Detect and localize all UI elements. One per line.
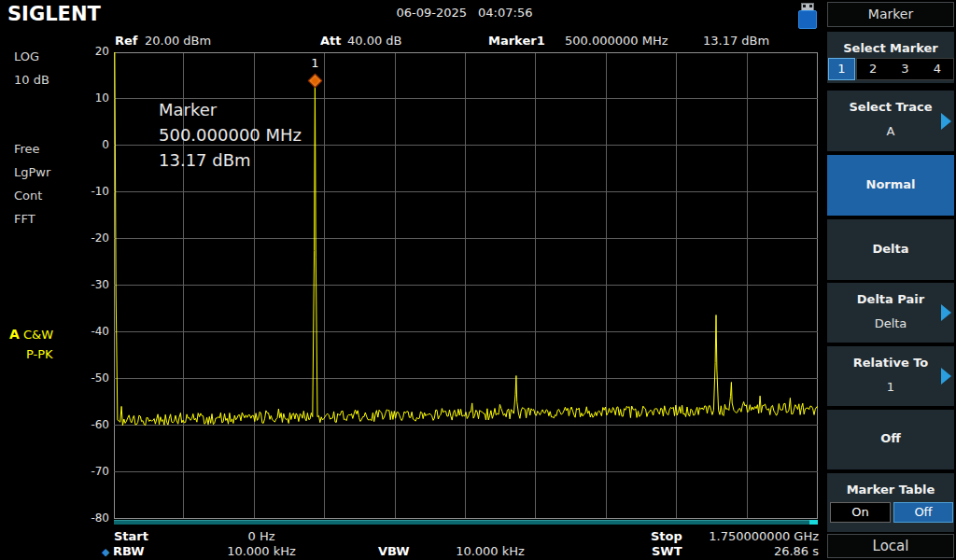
delta-pair-label: Delta Pair xyxy=(827,292,954,306)
marker-table-section: Marker Table On Off xyxy=(827,473,954,532)
vbw-label: VBW xyxy=(378,544,410,558)
y-axis-label: 0 xyxy=(0,138,109,151)
y-axis-label: -30 xyxy=(0,278,109,291)
rbw-label: RBW xyxy=(113,544,145,558)
stop-value: 1.750000000 GHz xyxy=(686,529,819,543)
y-axis-label: -80 xyxy=(0,511,109,525)
submenu-arrow-icon xyxy=(941,113,951,130)
vbw-value: 10.000 kHz xyxy=(425,544,555,558)
marker-readout-overlay: Marker 500.000000 MHz 13.17 dBm xyxy=(159,97,302,173)
marker-table-on-button[interactable]: On xyxy=(830,502,891,523)
marker-1-button[interactable]: 1 xyxy=(828,58,855,80)
power-mode-label: LgPwr xyxy=(14,165,50,179)
ref-label: Ref xyxy=(115,34,137,48)
delta-pair-value: Delta xyxy=(827,316,954,330)
spectrum-plot: Marker 500.000000 MHz 13.17 dBm 1 xyxy=(114,52,818,519)
y-axis-label: 20 xyxy=(0,45,109,58)
time-text: 04:07:56 xyxy=(478,6,532,20)
att-value: 40.00 dB xyxy=(347,34,402,48)
swt-value: 26.86 s xyxy=(686,544,819,558)
marker1-frequency: 500.000000 MHz xyxy=(565,34,668,48)
spectrum-analyzer-screen: SIGLENT 06-09-202504:07:56 Ref 20.00 dBm… xyxy=(0,0,956,560)
start-value: 0 Hz xyxy=(187,529,336,543)
y-axis-label: -60 xyxy=(0,418,109,431)
swt-label: SWT xyxy=(652,544,682,558)
marker1-number-label: 1 xyxy=(307,56,322,70)
submenu-arrow-icon xyxy=(941,304,951,321)
delta-button[interactable]: Delta xyxy=(827,219,954,280)
date-text: 06-09-2025 xyxy=(397,6,468,20)
menu-title: Marker xyxy=(827,2,954,27)
span-bar-cap xyxy=(809,520,818,525)
scale-per-div-label: 10 dB xyxy=(14,73,49,87)
y-axis-label: -20 xyxy=(0,231,109,245)
marker-overlay-frequency: 500.000000 MHz xyxy=(159,122,302,147)
marker-4-button[interactable]: 4 xyxy=(921,59,953,79)
marker1-level: 13.17 dBm xyxy=(703,34,769,48)
att-label: Att xyxy=(320,34,342,48)
marker-overlay-level: 13.17 dBm xyxy=(159,147,302,173)
submenu-arrow-icon xyxy=(941,368,951,385)
marker-button-group: 2 3 4 xyxy=(856,58,954,80)
relative-to-button[interactable]: Relative To 1 xyxy=(827,346,954,406)
select-trace-value: A xyxy=(827,124,954,138)
detector-mode: P-PK xyxy=(26,347,53,361)
select-marker-label: Select Marker xyxy=(827,41,954,55)
usb-drive-icon xyxy=(798,3,817,28)
rbw-value: 10.000 kHz xyxy=(187,544,336,558)
y-axis-label: -10 xyxy=(0,185,109,198)
datetime: 06-09-202504:07:56 xyxy=(0,6,929,20)
stop-label: Stop xyxy=(651,529,682,543)
local-button[interactable]: Local xyxy=(827,534,954,558)
y-axis-label: 10 xyxy=(0,91,109,105)
delta-label: Delta xyxy=(827,242,954,256)
normal-button[interactable]: Normal xyxy=(827,155,954,216)
select-trace-label: Select Trace xyxy=(827,100,954,114)
marker-table-off-button[interactable]: Off xyxy=(893,502,953,523)
normal-label: Normal xyxy=(827,177,954,191)
select-trace-button[interactable]: Select Trace A xyxy=(827,91,954,151)
relative-to-label: Relative To xyxy=(827,356,954,370)
y-axis-label: -50 xyxy=(0,371,109,385)
off-label: Off xyxy=(827,431,954,445)
select-marker-section: Select Marker 1 2 3 4 xyxy=(827,32,954,83)
relative-to-value: 1 xyxy=(827,380,954,394)
off-button[interactable]: Off xyxy=(827,410,954,469)
marker-2-button[interactable]: 2 xyxy=(857,59,889,79)
marker-table-label: Marker Table xyxy=(827,483,954,497)
start-label: Start xyxy=(114,529,148,543)
marker-overlay-title: Marker xyxy=(159,97,302,122)
marker-3-button[interactable]: 3 xyxy=(889,59,921,79)
y-axis-label: -70 xyxy=(0,465,109,478)
marker1-label: Marker1 xyxy=(488,34,545,48)
delta-pair-button[interactable]: Delta Pair Delta xyxy=(827,283,954,343)
fft-mode-label: FFT xyxy=(14,212,35,226)
span-indicator-bar xyxy=(114,520,818,525)
y-axis-label: -40 xyxy=(0,325,109,338)
rbw-coupled-diamond-icon: ◆ xyxy=(102,546,109,558)
ref-value: 20.00 dBm xyxy=(145,34,211,48)
